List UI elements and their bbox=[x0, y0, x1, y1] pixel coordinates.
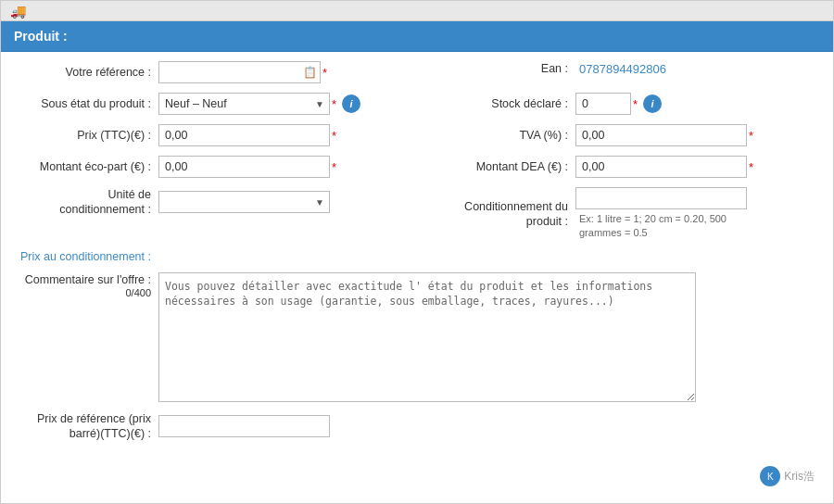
label-conditionnement-produit: Conditionnement du produit : bbox=[446, 199, 575, 230]
row-unite-conditionnement: Unité de conditionnement : Litre cm gram… bbox=[19, 187, 815, 241]
votre-reference-input[interactable] bbox=[158, 61, 321, 83]
right-stock: Stock déclaré : * i bbox=[446, 93, 815, 115]
commentaire-textarea[interactable]: Vous pouvez détailler avec exactitude l'… bbox=[158, 272, 696, 402]
section-title: Produit : bbox=[14, 29, 68, 44]
montant-ecopart-input[interactable] bbox=[158, 156, 330, 178]
row-reference-ean: Votre référence : 📋 * Ean : 078789449280… bbox=[19, 61, 815, 83]
right-conditionnement-produit: Conditionnement du produit : Ex: 1 litre… bbox=[446, 187, 815, 241]
prix-ttc-input[interactable] bbox=[158, 124, 330, 146]
ean-value: 0787894492806 bbox=[579, 62, 666, 76]
section-header: Produit : bbox=[1, 21, 833, 52]
row-commentaire: Commentaire sur l'offre : 0/400 Vous pou… bbox=[19, 272, 815, 402]
unite-conditionnement-select[interactable]: Litre cm gramme unité bbox=[158, 191, 330, 213]
required-reference: * bbox=[322, 66, 327, 80]
label-tva: TVA (%) : bbox=[446, 128, 575, 143]
label-stock-declare: Stock déclaré : bbox=[446, 96, 575, 111]
row-prix-tva: Prix (TTC)(€) : * TVA (%) : * bbox=[19, 124, 815, 146]
input-reference-wrapper: 📋 bbox=[158, 61, 321, 83]
label-prix-au-conditionnement: Prix au conditionnement : bbox=[19, 250, 158, 263]
conditionnement-produit-input[interactable] bbox=[575, 187, 747, 209]
unite-cond-select-wrapper: Litre cm gramme unité ▼ bbox=[158, 191, 330, 213]
label-ean: Ean : bbox=[446, 61, 575, 76]
left-unite-cond: Unité de conditionnement : Litre cm gram… bbox=[19, 187, 446, 218]
right-tva: TVA (%) : * bbox=[446, 124, 815, 146]
tva-input[interactable] bbox=[575, 124, 747, 146]
right-dea: Montant DEA (€) : * bbox=[446, 156, 815, 178]
required-prix-ttc: * bbox=[332, 129, 336, 143]
conditionnement-produit-group: Ex: 1 litre = 1; 20 cm = 0.20, 500 gramm… bbox=[575, 187, 747, 241]
row-ecopart-dea: Montant éco-part (€) : * Montant DEA (€)… bbox=[19, 156, 815, 178]
watermark: K Kris浩 bbox=[760, 466, 815, 486]
label-montant-dea: Montant DEA (€) : bbox=[446, 159, 575, 174]
sous-etat-select[interactable]: Neuf – Neuf Très bon état Bon état Etat … bbox=[158, 93, 330, 115]
sous-etat-select-wrapper: Neuf – Neuf Très bon état Bon état Etat … bbox=[158, 93, 330, 115]
required-sous-etat: * bbox=[332, 97, 336, 111]
form-body: Votre référence : 📋 * Ean : 078789449280… bbox=[1, 52, 833, 469]
label-commentaire: Commentaire sur l'offre : bbox=[19, 272, 151, 287]
left-reference: Votre référence : 📋 * bbox=[19, 61, 446, 83]
calendar-icon[interactable]: 📋 bbox=[303, 66, 317, 79]
truck-icon: 🚚 bbox=[10, 4, 26, 19]
comment-count: 0/400 bbox=[19, 287, 151, 298]
stock-info-icon[interactable]: i bbox=[643, 94, 662, 113]
stock-declare-input[interactable] bbox=[575, 93, 631, 115]
required-dea: * bbox=[749, 160, 753, 174]
left-ecopart: Montant éco-part (€) : * bbox=[19, 156, 446, 178]
row-sous-etat-stock: Sous état du produit : Neuf – Neuf Très … bbox=[19, 93, 815, 115]
left-sous-etat: Sous état du produit : Neuf – Neuf Très … bbox=[19, 93, 446, 115]
left-prix-ttc: Prix (TTC)(€) : * bbox=[19, 124, 446, 146]
label-unite-conditionnement: Unité de conditionnement : bbox=[19, 187, 158, 218]
label-prix-ttc: Prix (TTC)(€) : bbox=[19, 128, 158, 143]
watermark-icon: K bbox=[760, 466, 780, 486]
right-ean: Ean : 0787894492806 bbox=[446, 61, 815, 76]
required-tva: * bbox=[749, 129, 753, 143]
required-stock: * bbox=[633, 97, 638, 111]
left-prix-barre: Prix de référence (prix barré)(TTC)(€) : bbox=[19, 411, 446, 442]
label-montant-ecopart: Montant éco-part (€) : bbox=[19, 159, 158, 174]
prix-barre-input[interactable] bbox=[158, 415, 330, 437]
watermark-text: Kris浩 bbox=[784, 469, 815, 485]
row-prix-conditionnement: Prix au conditionnement : bbox=[19, 250, 815, 263]
top-bar: 🚚 bbox=[1, 1, 833, 21]
sous-etat-info-icon[interactable]: i bbox=[342, 94, 360, 113]
row-prix-barre: Prix de référence (prix barré)(TTC)(€) : bbox=[19, 411, 815, 442]
required-ecopart: * bbox=[332, 160, 336, 174]
label-sous-etat: Sous état du produit : bbox=[19, 96, 158, 111]
comment-label-wrap: Commentaire sur l'offre : 0/400 bbox=[19, 272, 158, 298]
conditionnement-hint: Ex: 1 litre = 1; 20 cm = 0.20, 500 gramm… bbox=[575, 212, 747, 241]
label-votre-reference: Votre référence : bbox=[19, 65, 158, 80]
label-prix-barre: Prix de référence (prix barré)(TTC)(€) : bbox=[19, 411, 158, 442]
montant-dea-input[interactable] bbox=[575, 156, 747, 178]
